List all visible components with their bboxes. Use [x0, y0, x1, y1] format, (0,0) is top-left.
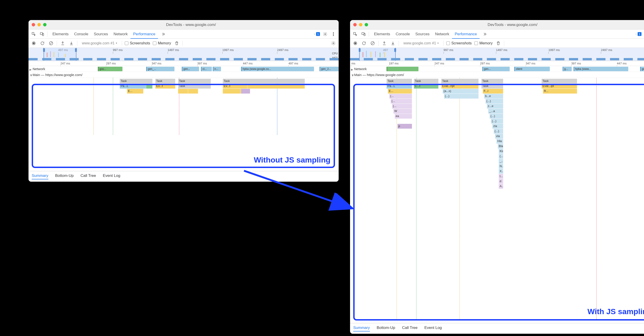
btab-summary[interactable]: Summary [353, 326, 370, 332]
flame-cell[interactable]: X... [499, 169, 503, 174]
close-icon[interactable] [353, 23, 357, 26]
flame-cell[interactable]: Task [386, 79, 412, 84]
reload-icon[interactable] [361, 40, 367, 46]
flame-cell[interactable]: d [499, 179, 503, 184]
overview-timeline[interactable]: 497 ms 997 ms 1497 ms 1997 ms 2497 ms CP… [28, 48, 339, 61]
device-toggle-icon[interactable] [360, 31, 366, 37]
flame-cell[interactable] [178, 89, 188, 94]
memory-checkbox[interactable]: Memory [474, 41, 492, 45]
flame-cell[interactable]: Bla [498, 144, 503, 149]
flame-cell[interactable]: Task [482, 84, 503, 89]
recording-dropdown[interactable]: www.google.com #1▾ [402, 41, 440, 46]
detail-ruler[interactable]: ms 197 ms 247 ms 297 ms 347 ms 397 ms 44… [350, 61, 644, 66]
download-icon[interactable] [68, 40, 74, 46]
tab-sources[interactable]: Sources [412, 30, 432, 39]
tab-console[interactable]: Console [72, 30, 91, 39]
flame-cell[interactable]: Pa...L [120, 84, 146, 89]
flame-chart[interactable]: TaskTaskTaskTaskPa...LEv...tTaskEv...tE.… [28, 78, 339, 135]
flame-cell[interactable]: N... [499, 164, 503, 169]
flame-cell[interactable]: C...t [414, 84, 438, 89]
flame-cell[interactable]: (...) [444, 94, 479, 99]
flame-cell[interactable]: Task [155, 79, 175, 84]
flame-cell[interactable]: Task [120, 79, 152, 84]
btab-bottomup[interactable]: Bottom-Up [377, 326, 395, 332]
main-track-header[interactable]: ▼ Main — https://www.google.com/ [28, 72, 339, 78]
flame-cell[interactable]: Task [178, 79, 211, 84]
detail-ruler[interactable]: 247 ms 297 ms 347 ms 397 ms 447 ms 497 m… [28, 61, 339, 66]
flame-cell[interactable]: vla [495, 134, 503, 139]
inspect-icon[interactable] [31, 31, 37, 37]
memory-checkbox[interactable]: Memory [153, 41, 171, 45]
flame-cell[interactable]: zla [492, 124, 503, 129]
flame-cell[interactable]: t...r [499, 174, 503, 179]
flame-cell[interactable]: (... [389, 94, 412, 99]
close-icon[interactable] [32, 23, 35, 26]
network-request[interactable]: hpba (www.google.co... [241, 67, 314, 71]
network-request[interactable]: n... [213, 67, 221, 71]
network-request[interactable]: gen... [182, 67, 199, 71]
flame-cell[interactable]: Ev...t [223, 84, 248, 89]
flame-cell[interactable] [248, 84, 305, 89]
issues-icon[interactable]: 1 [636, 31, 642, 37]
flame-cell[interactable]: (...) [499, 154, 503, 159]
btab-calltree[interactable]: Call Tree [80, 173, 96, 179]
tab-elements[interactable]: Elements [371, 30, 393, 39]
flame-cell[interactable]: Task [482, 79, 503, 84]
flame-cell[interactable]: ea [395, 114, 412, 119]
flame-cell[interactable]: Eval...ript [441, 84, 479, 89]
network-track[interactable]: ▶ Network gen...clientg...hpba (www...ge… [350, 66, 644, 72]
flame-cell[interactable]: (a...s) [443, 89, 479, 94]
network-track[interactable]: ▶ Network goo...gen_...gen...cl...n...hp… [28, 66, 339, 72]
flame-cell[interactable]: Task [414, 79, 438, 84]
tab-console[interactable]: Console [393, 30, 412, 39]
network-request[interactable]: client [514, 67, 550, 71]
flame-cell[interactable] [241, 89, 250, 94]
minimize-icon[interactable] [38, 23, 41, 26]
recording-dropdown[interactable]: www.google.com #1▾ [80, 41, 119, 46]
flame-cell[interactable]: (...) [486, 99, 503, 104]
clear-icon[interactable] [370, 40, 376, 46]
flame-cell[interactable]: Task [542, 79, 577, 84]
tab-sources[interactable]: Sources [91, 30, 110, 39]
flame-cell[interactable]: (...) [491, 119, 503, 124]
network-request[interactable]: gen [640, 67, 644, 71]
flame-cell[interactable]: _...a [488, 109, 503, 114]
record-icon[interactable] [31, 40, 37, 46]
flame-cell[interactable]: E... [127, 89, 144, 94]
overview-timeline[interactable]: 497 997 ms 1497 ms 1997 ms 2497 ms CPU N… [350, 48, 644, 61]
network-request[interactable]: cl... [201, 67, 212, 71]
network-request[interactable]: goo... [98, 67, 122, 71]
flame-cell[interactable]: A... [499, 184, 503, 189]
network-request[interactable]: gen... [482, 67, 510, 71]
btab-eventlog[interactable]: Event Log [103, 173, 120, 179]
flame-cell[interactable]: b...e [484, 94, 503, 99]
flame-cell[interactable]: Task [441, 79, 479, 84]
flame-cell[interactable]: (... [391, 99, 412, 104]
zoom-icon[interactable] [365, 23, 368, 26]
gc-icon[interactable] [174, 40, 180, 46]
flame-cell[interactable] [188, 89, 198, 94]
network-request[interactable]: hpba (www... [574, 67, 628, 71]
more-tabs-icon[interactable] [482, 31, 488, 37]
flame-cell[interactable]: Eval...ipt [542, 84, 577, 89]
flame-cell[interactable]: _... [499, 159, 503, 164]
panel-settings-icon[interactable] [330, 40, 336, 46]
issues-icon[interactable]: 1 [314, 31, 320, 37]
download-icon[interactable] [390, 40, 396, 46]
network-request[interactable]: gen_... [146, 67, 174, 71]
minimize-icon[interactable] [359, 23, 362, 26]
clear-icon[interactable] [48, 40, 54, 46]
flame-cell[interactable]: F...l [483, 89, 503, 94]
collapse-icon[interactable]: ▼ [351, 73, 354, 77]
network-request[interactable]: gen_2... [320, 67, 339, 71]
more-tabs-icon[interactable] [160, 31, 166, 37]
flame-cell[interactable]: Kla [499, 149, 503, 154]
flame-cell[interactable] [223, 89, 241, 94]
upload-icon[interactable] [381, 40, 387, 46]
btab-calltree[interactable]: Call Tree [402, 326, 418, 332]
tab-network[interactable]: Network [432, 30, 452, 39]
flame-cell[interactable]: z...e [487, 104, 503, 109]
flame-cell[interactable]: Hla [496, 139, 503, 144]
tab-network[interactable]: Network [111, 30, 130, 39]
flame-chart[interactable]: TaskPa...LE...(...(...(...WeapTaskC...tT… [350, 78, 644, 319]
